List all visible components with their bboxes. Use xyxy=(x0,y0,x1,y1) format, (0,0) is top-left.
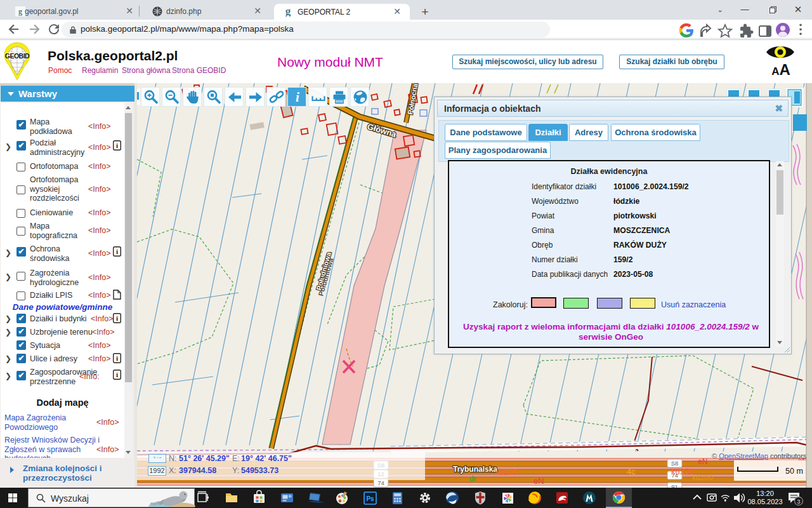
svg-text:g: g xyxy=(18,7,22,16)
svg-text:50 m: 50 m xyxy=(785,467,803,476)
svg-text:i: i xyxy=(296,90,299,105)
svg-text:1992: 1992 xyxy=(149,467,164,474)
svg-text:Ps: Ps xyxy=(366,495,374,502)
svg-text:X:: X: xyxy=(169,466,176,475)
svg-text:397944.58: 397944.58 xyxy=(179,466,216,475)
svg-text:i: i xyxy=(116,354,118,362)
svg-text:° ' ": ° ' " xyxy=(154,456,161,462)
svg-text:© OpenStreetMap contributors: © OpenStreetMap contributors xyxy=(712,452,807,460)
svg-text:N:: N: xyxy=(169,454,177,463)
svg-text:19° 42' 46.75": 19° 42' 46.75" xyxy=(241,454,292,463)
svg-text:E:: E: xyxy=(232,454,240,463)
svg-text:GEOBID: GEOBID xyxy=(5,52,30,60)
svg-text:3: 3 xyxy=(797,498,800,505)
svg-text:4c: 4c xyxy=(627,467,636,476)
svg-text:dr: dr xyxy=(469,474,476,483)
svg-text:91: 91 xyxy=(671,483,678,488)
svg-text:eN: eN xyxy=(534,476,544,486)
svg-text:g: g xyxy=(285,6,291,17)
svg-text:kd200: kd200 xyxy=(692,473,713,482)
svg-text:51° 26' 45.29": 51° 26' 45.29" xyxy=(179,454,230,463)
svg-text:S8: S8 xyxy=(671,460,679,467)
svg-text:i: i xyxy=(116,142,118,149)
svg-text:kd250: kd250 xyxy=(671,467,693,476)
svg-text:549533.73: 549533.73 xyxy=(241,466,278,475)
svg-text:Trybunalska: Trybunalska xyxy=(453,465,497,474)
svg-text:74: 74 xyxy=(377,479,384,486)
svg-text:Y:: Y: xyxy=(232,466,239,475)
svg-text:kd200: kd200 xyxy=(496,468,517,477)
svg-text:eN: eN xyxy=(698,457,707,466)
svg-text:i: i xyxy=(116,248,118,255)
svg-text:i: i xyxy=(116,314,118,322)
svg-text:i: i xyxy=(116,371,118,378)
